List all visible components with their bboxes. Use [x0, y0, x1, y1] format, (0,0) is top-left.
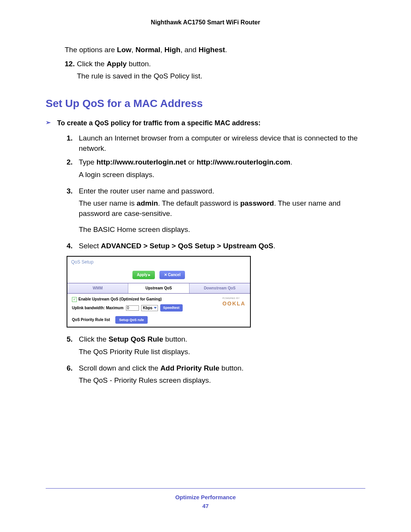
- step-12-a: Click the: [77, 60, 107, 68]
- apply-button[interactable]: Apply ▸: [132, 271, 155, 279]
- step-1: 1. Launch an Internet browser from a com…: [67, 133, 365, 153]
- procedure-intro: ➢ To create a QoS policy for traffic fro…: [46, 118, 365, 128]
- setup-qos-rule-button[interactable]: Setup QoS rule: [115, 316, 148, 324]
- step-12-num: 12.: [65, 59, 77, 84]
- cancel-button[interactable]: ✕ Cancel: [159, 271, 185, 279]
- rule-list-label: QoS Priority Rule list: [72, 317, 110, 323]
- uplink-row: Uplink bandwidth: Maximum Kbps Speedtest: [72, 304, 183, 312]
- step-6-a: Scroll down and click the: [79, 364, 160, 372]
- step-6: 6. Scroll down and click the Add Priorit…: [67, 363, 365, 388]
- step-6-b: Add Priority Rule: [160, 364, 219, 372]
- step-3: 3. Enter the router user name and passwo…: [67, 186, 365, 237]
- opt-highest: Highest: [199, 46, 225, 54]
- step-3-text: Enter the router user name and password.: [79, 187, 214, 195]
- step-1-num: 1.: [67, 133, 79, 153]
- s3d: password: [240, 199, 274, 207]
- s3c: . The default password is: [158, 199, 240, 207]
- step-5-b: Setup QoS Rule: [108, 335, 163, 343]
- step-5-c: button.: [163, 335, 187, 343]
- step-12-c: button.: [127, 60, 151, 68]
- powered-by-label: POWERED BY: [222, 297, 245, 300]
- uplink-unit-select[interactable]: Kbps: [141, 305, 158, 311]
- options-line: The options are Low, Normal, High, and H…: [65, 45, 365, 55]
- s3b: admin: [137, 199, 158, 207]
- step-3-sub1: The user name is admin. The default pass…: [79, 198, 365, 219]
- options-prefix: The options are: [65, 46, 117, 54]
- doc-title: Nighthawk AC1750 Smart WiFi Router: [46, 19, 365, 26]
- section-heading: Set Up QoS for a MAC Address: [46, 96, 365, 111]
- step-4: 4. Select ADVANCED > Setup > QoS Setup >…: [67, 241, 365, 251]
- footer-divider: [46, 488, 365, 489]
- step-5: 5. Click the Setup QoS Rule button. The …: [67, 334, 365, 359]
- page-footer: Optimize Performance 47: [46, 488, 365, 509]
- step-5-num: 5.: [67, 334, 79, 359]
- step-2-num: 2.: [67, 157, 79, 182]
- procedure-intro-text: To create a QoS policy for traffic from …: [57, 118, 261, 128]
- enable-upstream-row: ✓ Enable Upstream QoS (Optimized for Gam…: [72, 297, 183, 302]
- step-2-sub: A login screen displays.: [79, 170, 365, 180]
- step-2-c: or: [186, 158, 196, 166]
- sep: ,: [131, 46, 135, 54]
- qos-button-row: Apply ▸ ✕ Cancel: [67, 269, 250, 283]
- footer-page-number: 47: [46, 503, 365, 509]
- step-2-a: Type: [79, 158, 96, 166]
- opt-high: High: [164, 46, 180, 54]
- uplink-label: Uplink bandwidth: Maximum: [72, 305, 124, 311]
- speedtest-button[interactable]: Speedtest: [160, 304, 183, 312]
- tab-wmm[interactable]: WMM: [67, 283, 128, 293]
- uplink-value-input[interactable]: [126, 305, 139, 311]
- ookla-badge: POWERED BY OOKLA: [222, 297, 245, 307]
- s3a: The user name is: [79, 199, 137, 207]
- sep: ,: [160, 46, 164, 54]
- step-5-sub: The QoS Priority Rule list displays.: [79, 347, 365, 357]
- step-6-sub: The QoS - Priority Rules screen displays…: [79, 375, 365, 386]
- step-2-url1: http://www.routerlogin.net: [96, 158, 186, 166]
- arrow-icon: ➢: [46, 118, 57, 127]
- step-12: 12. Click the Apply button. The rule is …: [65, 59, 365, 84]
- ookla-logo: OOKLA: [222, 300, 245, 308]
- enable-upstream-checkbox[interactable]: ✓: [72, 297, 77, 302]
- step-6-num: 6.: [67, 363, 79, 388]
- opt-normal: Normal: [135, 46, 160, 54]
- step-2-url2: http://www.routerlogin.com: [197, 158, 290, 166]
- step-4-num: 4.: [67, 241, 79, 251]
- step-12-sub: The rule is saved in the QoS Policy list…: [77, 71, 365, 81]
- step-6-c: button.: [220, 364, 244, 372]
- tab-upstream[interactable]: Upstream QoS: [128, 283, 189, 293]
- rule-list-row: QoS Priority Rule list Setup QoS rule: [72, 316, 245, 324]
- period: .: [225, 46, 227, 54]
- opt-low: Low: [117, 46, 131, 54]
- step-4-path: ADVANCED > Setup > QoS Setup > Upstream …: [101, 242, 273, 250]
- step-1-text: Launch an Internet browser from a comput…: [79, 133, 365, 153]
- step-12-b: Apply: [107, 60, 127, 68]
- qos-screenshot: QoS Setup Apply ▸ ✕ Cancel WMM Upstream …: [67, 256, 251, 328]
- qos-panel-title: QoS Setup: [67, 257, 250, 269]
- step-3-num: 3.: [67, 186, 79, 237]
- step-4-a: Select: [79, 242, 101, 250]
- footer-section: Optimize Performance: [46, 494, 365, 500]
- step-2: 2. Type http://www.routerlogin.net or ht…: [67, 157, 365, 182]
- step-4-c: .: [273, 242, 275, 250]
- qos-tabs: WMM Upstream QoS Downstream QoS: [67, 283, 250, 294]
- tab-downstream[interactable]: Downstream QoS: [190, 283, 250, 293]
- sep: , and: [180, 46, 199, 54]
- enable-upstream-label: Enable Upstream QoS (Optimized for Gamin…: [78, 297, 162, 302]
- step-3-sub2: The BASIC Home screen displays.: [79, 225, 365, 235]
- step-5-a: Click the: [79, 335, 108, 343]
- step-2-e: .: [290, 158, 292, 166]
